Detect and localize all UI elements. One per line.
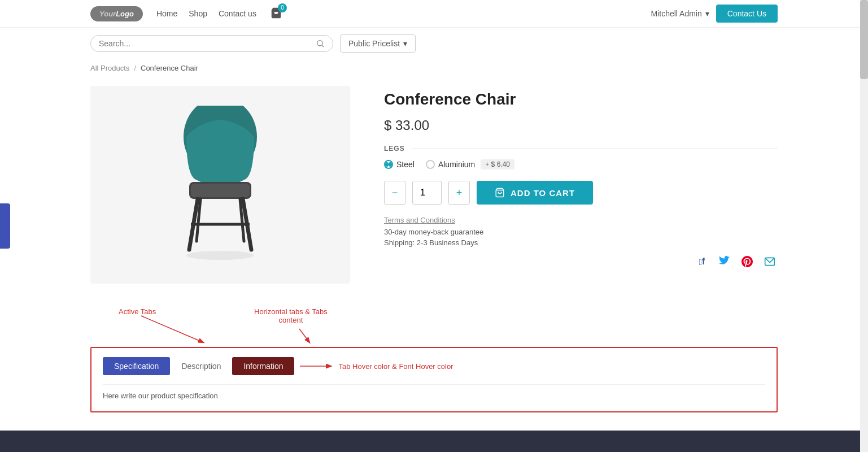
search-icon[interactable] [316, 39, 325, 48]
product-image [90, 86, 350, 284]
cart-badge: 0 [278, 3, 287, 12]
tab-content: Here write our product specification [103, 384, 765, 400]
annotation-arrow-horiz [232, 302, 344, 353]
cart-btn-icon [495, 188, 505, 198]
annotation-tab-hover: Tab Hover color & Font Hover color [338, 362, 453, 371]
nav-shop[interactable]: Shop [189, 9, 207, 18]
add-to-cart-label: ADD TO CART [511, 188, 575, 198]
breadcrumb-separator: / [134, 64, 136, 72]
search-input-wrap [90, 35, 333, 52]
product-main: Conference Chair $ 33.00 LEGS Steel Alum… [0, 77, 868, 302]
chair-svg [152, 106, 288, 264]
add-to-cart-button[interactable]: ADD TO CART [477, 181, 593, 205]
social-row:  f [384, 254, 778, 270]
scrollbar[interactable] [860, 0, 868, 452]
side-accent [0, 203, 10, 249]
breadcrumb-current: Conference Chair [141, 64, 198, 72]
nav-contact[interactable]: Contact us [219, 9, 256, 18]
qty-decrease-button[interactable]: − [384, 181, 405, 205]
radio-aluminium [426, 160, 435, 169]
radio-steel [384, 160, 393, 169]
search-bar-row: Public Pricelist ▾ [0, 28, 868, 59]
contact-us-button[interactable]: Contact Us [716, 5, 778, 23]
leg-aluminium[interactable]: Aluminium + $ 6.40 [426, 159, 514, 169]
svg-line-13 [299, 329, 309, 342]
legs-section: LEGS Steel Aluminium + $ 6.40 [384, 145, 778, 169]
pinterest-icon[interactable] [739, 254, 755, 270]
header-right: Mitchell Admin ▾ Contact Us [651, 5, 778, 23]
search-input[interactable] [99, 39, 316, 48]
user-dropdown[interactable]: Mitchell Admin ▾ [651, 9, 709, 18]
site-header: YourLogo Home Shop Contact us 0 Mitchell… [0, 0, 868, 28]
svg-point-0 [317, 41, 322, 46]
twitter-icon[interactable] [717, 254, 732, 270]
legs-options: Steel Aluminium + $ 6.40 [384, 159, 778, 169]
breadcrumb-all-products[interactable]: All Products [90, 64, 129, 72]
scroll-thumb[interactable] [860, 0, 868, 79]
tab-specification[interactable]: Specification [103, 357, 170, 375]
product-info: Conference Chair $ 33.00 LEGS Steel Alum… [384, 86, 778, 270]
svg-rect-4 [191, 184, 250, 197]
dropdown-chevron: ▾ [705, 9, 709, 18]
qty-input[interactable] [412, 181, 442, 205]
legs-label: LEGS [384, 145, 778, 153]
email-icon[interactable] [762, 254, 778, 270]
leg-steel[interactable]: Steel [384, 160, 415, 169]
cart-icon[interactable]: 0 [270, 7, 282, 21]
tabs-area: Active Tabs Horizontal tabs & Tabs conte… [90, 302, 778, 412]
arrow-to-hover-annotation [300, 360, 334, 372]
tabs-outer: Specification Description Information Ta… [90, 347, 778, 412]
main-nav: Home Shop Contact us [156, 9, 256, 18]
tab-information[interactable]: Information [232, 357, 294, 375]
tab-description[interactable]: Description [170, 357, 232, 375]
terms-link[interactable]: Terms and Conditions [384, 216, 778, 224]
nav-home[interactable]: Home [156, 9, 177, 18]
annotation-arrow-active [90, 302, 260, 353]
svg-line-12 [141, 316, 203, 342]
svg-point-10 [186, 251, 254, 260]
cart-row: − + ADD TO CART [384, 181, 778, 205]
pricelist-chevron: ▾ [403, 39, 407, 48]
svg-line-1 [322, 45, 324, 47]
shipping-text: Shipping: 2-3 Business Days [384, 238, 778, 247]
qty-increase-button[interactable]: + [448, 181, 470, 205]
leg-steel-label: Steel [396, 160, 415, 169]
leg-aluminium-extra: + $ 6.40 [481, 159, 514, 169]
annotation-horiz-tabs: Horizontal tabs & Tabs content [254, 299, 328, 324]
logo[interactable]: YourLogo [90, 6, 143, 21]
breadcrumb: All Products / Conference Chair [0, 59, 868, 77]
site-footer: Useful Links Home About us About us We a… [0, 431, 868, 452]
leg-aluminium-label: Aluminium [438, 160, 475, 169]
tabs-header: Specification Description Information Ta… [103, 357, 765, 375]
header-left: YourLogo Home Shop Contact us 0 [90, 6, 282, 21]
user-name: Mitchell Admin [651, 9, 701, 18]
pricelist-label: Public Pricelist [348, 39, 400, 48]
product-title: Conference Chair [384, 90, 778, 108]
annotation-active-tabs: Active Tabs [119, 307, 156, 316]
pricelist-dropdown[interactable]: Public Pricelist ▾ [340, 34, 416, 53]
product-price: $ 33.00 [384, 118, 778, 133]
facebook-icon[interactable]:  f [694, 254, 710, 270]
guarantee-text: 30-day money-back guarantee [384, 228, 778, 236]
